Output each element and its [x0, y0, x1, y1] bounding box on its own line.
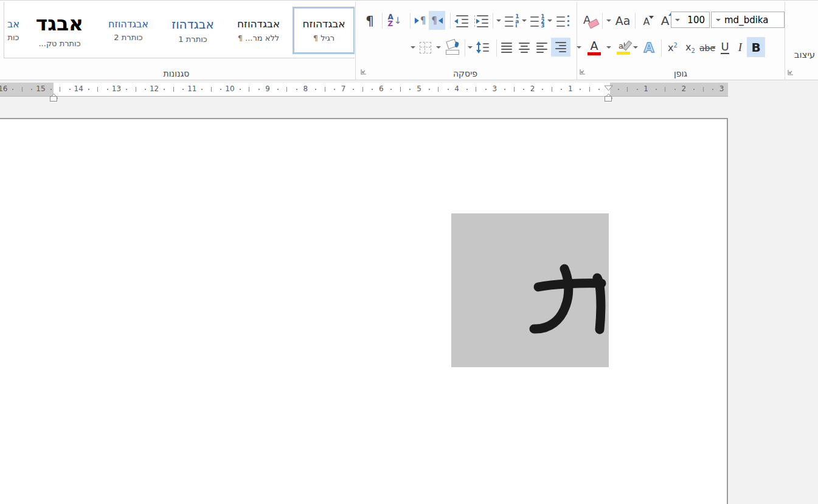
- separator: [382, 13, 383, 29]
- align-left-button[interactable]: [535, 40, 549, 55]
- ruler-tick: [448, 89, 449, 90]
- text-effects-dropdown[interactable]: [633, 46, 638, 49]
- bold-icon: B: [751, 40, 760, 55]
- borders-button[interactable]: [418, 41, 432, 54]
- ruler-tick: [334, 89, 335, 90]
- clear-formatting-button[interactable]: A: [581, 12, 600, 29]
- borders-dropdown[interactable]: [411, 46, 415, 49]
- multilevel-list-icon: 1 a i: [505, 15, 519, 28]
- ribbon: אבכותאבגדכותרת טק...אבגדהוזחכותרת 2אבגדה…: [0, 0, 818, 80]
- subscript-button[interactable]: x2: [682, 41, 699, 55]
- change-case-button[interactable]: Aa: [613, 12, 633, 29]
- line-spacing-button[interactable]: [474, 38, 491, 57]
- style-heading2[interactable]: אבגדהוזחכותרת 2: [97, 7, 160, 54]
- multilevel-list-dropdown[interactable]: [496, 19, 501, 22]
- ruler-tick: [372, 89, 373, 90]
- ruler-tick: [542, 89, 543, 90]
- handwritten-glyph: [451, 213, 609, 367]
- ruler-tick: [580, 89, 581, 90]
- font-color-dropdown[interactable]: [577, 46, 581, 49]
- underline-button[interactable]: U: [718, 39, 732, 56]
- increase-indent-button[interactable]: [473, 13, 490, 29]
- style-normal[interactable]: אבגדהוזח¶רגיל: [293, 7, 355, 54]
- separator: [635, 13, 636, 29]
- paragraph-dialog-launcher[interactable]: [360, 68, 367, 75]
- line-spacing-dropdown[interactable]: [468, 46, 473, 49]
- highlight-dropdown[interactable]: [606, 46, 611, 49]
- group-separator: [577, 2, 577, 80]
- font-name-value[interactable]: md_bdika: [724, 15, 768, 26]
- numbered-list-button[interactable]: 1 2 3: [529, 13, 546, 29]
- underline-dropdown[interactable]: [711, 46, 716, 49]
- separator: [493, 13, 493, 29]
- shading-dropdown[interactable]: [436, 46, 441, 49]
- bullet-list-button[interactable]: • • •: [555, 13, 572, 29]
- font-dialog-launcher[interactable]: [579, 68, 586, 75]
- ruler-tick: [637, 89, 638, 90]
- bold-button[interactable]: B: [747, 37, 765, 57]
- grow-font-icon: A: [661, 13, 670, 28]
- style-label: כותרת 1: [178, 35, 207, 44]
- shrink-font-button[interactable]: A: [639, 13, 654, 30]
- ruler-tick: [126, 89, 127, 90]
- style-label: כותרת 2: [114, 33, 142, 42]
- show-paragraph-marks-button[interactable]: ¶: [361, 12, 378, 30]
- paragraph-group-label: פיסקה: [420, 69, 511, 78]
- indent-square-marker-left[interactable]: [50, 96, 57, 102]
- font-name-combobox[interactable]: md_bdika: [711, 12, 785, 28]
- ruler-tick: [60, 87, 60, 92]
- font-color-button[interactable]: A: [585, 38, 603, 57]
- style-title[interactable]: אבגדכותרת טק...: [24, 7, 95, 54]
- style-preview: אב: [7, 19, 19, 30]
- bullet-list-icon: • • •: [556, 15, 570, 28]
- rtl-triangle-icon: [438, 18, 443, 24]
- italic-button[interactable]: I: [734, 39, 746, 56]
- down-arrow-icon: ↓: [394, 15, 402, 26]
- indent-square-marker-right[interactable]: [605, 96, 612, 102]
- ruler-number: 14: [74, 85, 83, 93]
- text-highlight-button[interactable]: ab: [614, 38, 633, 57]
- document-image[interactable]: [451, 213, 609, 367]
- pilcrow-icon: ¶: [420, 15, 426, 26]
- style-label: כות: [8, 33, 19, 42]
- style-heading1[interactable]: אבגדהוזכותרת 1: [161, 7, 224, 54]
- decrease-indent-button[interactable]: [453, 13, 470, 29]
- ruler-tick: [296, 89, 297, 90]
- font-size-dropdown[interactable]: [675, 19, 680, 21]
- style-subtitle[interactable]: אבכות: [4, 7, 23, 54]
- style-preview: אבגדהוז: [172, 18, 214, 31]
- ltr-direction-button[interactable]: ¶: [413, 12, 428, 29]
- font-size-combobox[interactable]: 100: [671, 12, 710, 28]
- ruler-tick: [240, 89, 241, 90]
- sort-button[interactable]: A Z ↓: [386, 11, 404, 30]
- align-center-button[interactable]: [517, 40, 532, 55]
- ruler-tick: [325, 87, 325, 92]
- ruler-number: 11: [187, 85, 196, 93]
- multilevel-list-button[interactable]: 1 a i: [504, 13, 521, 29]
- style-label: כותרת טק...: [38, 39, 80, 48]
- ruler-tick: [618, 89, 619, 90]
- style-no-spacing[interactable]: אבגדהוזח¶ללא מר...: [226, 7, 291, 54]
- superscript-button[interactable]: x2: [664, 41, 681, 55]
- ltr-triangle-icon: [415, 18, 419, 24]
- format-dialog-launcher[interactable]: [787, 69, 794, 76]
- ruler-tick: [353, 89, 354, 90]
- ruler-tick: [409, 89, 411, 90]
- ruler-tick: [201, 89, 203, 90]
- numbered-list-dropdown[interactable]: [522, 19, 527, 22]
- shading-button[interactable]: [444, 38, 461, 57]
- ruler-tick: [145, 89, 146, 90]
- bullet-list-dropdown[interactable]: [547, 19, 552, 22]
- font-size-value[interactable]: 100: [687, 15, 705, 26]
- font-name-dropdown[interactable]: [716, 19, 721, 21]
- ruler-tick: [173, 87, 174, 92]
- ruler-tick: [258, 89, 260, 90]
- align-right-button[interactable]: [551, 38, 570, 57]
- change-case-dropdown[interactable]: [606, 19, 611, 22]
- ruler-tick: [107, 89, 108, 90]
- rtl-direction-button[interactable]: ¶: [429, 11, 445, 30]
- text-effects-button[interactable]: A: [640, 38, 657, 57]
- align-justify-button[interactable]: [499, 40, 514, 55]
- numbered-list-icon: 1 2 3: [530, 15, 544, 28]
- document-page[interactable]: [0, 118, 728, 504]
